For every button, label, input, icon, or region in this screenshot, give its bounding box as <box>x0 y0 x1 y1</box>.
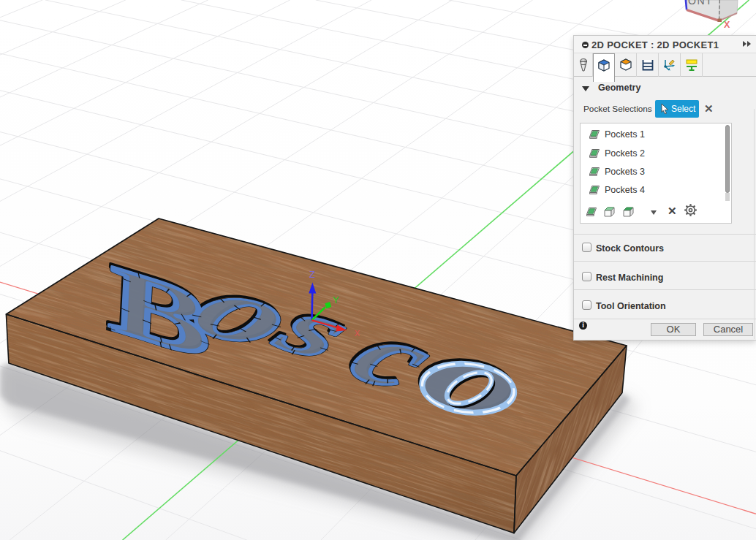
svg-text:X: X <box>355 329 360 338</box>
svg-text:Z: Z <box>309 269 315 280</box>
svg-text:X: X <box>724 20 730 30</box>
svg-text:ONT: ONT <box>688 0 713 7</box>
svg-text:Y: Y <box>333 294 339 305</box>
